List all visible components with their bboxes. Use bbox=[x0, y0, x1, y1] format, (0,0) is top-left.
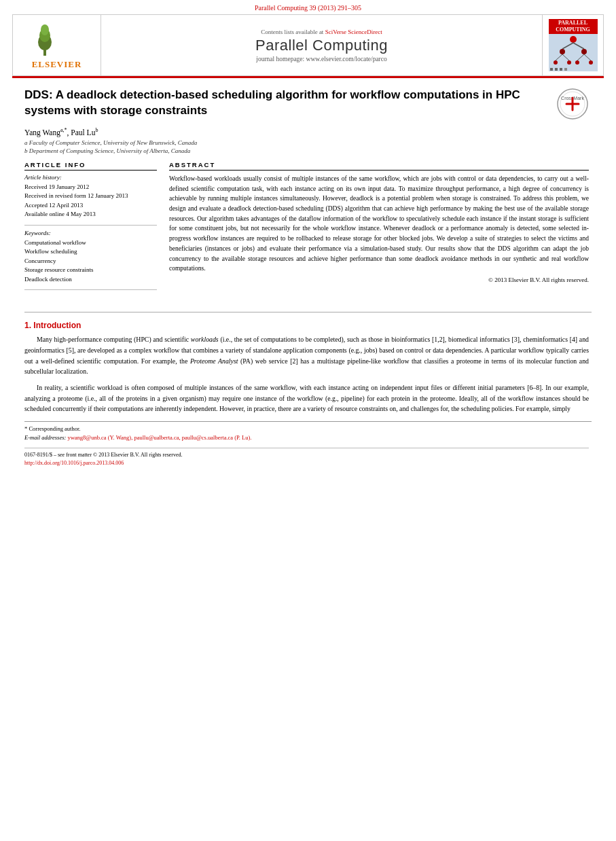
abstract-text: Workflow-based workloads usually consist… bbox=[169, 174, 589, 274]
keyword-5: Deadlock detection bbox=[24, 275, 157, 285]
journal-homepage: journal homepage: www.elsevier.com/locat… bbox=[256, 56, 386, 62]
sciverse-line: Contents lists available at SciVerse Sci… bbox=[261, 29, 382, 35]
email-line: E-mail addresses: ywang8@unb.ca (Y. Wang… bbox=[24, 433, 589, 442]
crossmark-icon: CrossMark bbox=[556, 88, 589, 120]
elsevier-tree-icon bbox=[37, 20, 77, 58]
doi-line: http://dx.doi.org/10.1016/j.parco.2013.0… bbox=[24, 459, 589, 467]
article-history-section: Article history: Received 19 January 201… bbox=[24, 174, 157, 219]
svg-point-18 bbox=[589, 60, 593, 65]
revised-date: Received in revised form 12 January 2013 bbox=[24, 192, 157, 201]
affiliation1: a Faculty of Computer Science, Universit… bbox=[24, 139, 589, 146]
main-content: DDS: A deadlock detection-based scheduli… bbox=[0, 78, 616, 304]
svg-rect-22 bbox=[564, 68, 567, 71]
copyright-line: © 2013 Elsevier B.V. All rights reserved… bbox=[169, 276, 589, 283]
svg-rect-19 bbox=[550, 68, 553, 71]
page: Parallel Computing 39 (2013) 291–305 ELS… bbox=[0, 0, 616, 841]
keywords-section: Keywords: Computational workflow Workflo… bbox=[24, 230, 157, 285]
two-column-section: ARTICLE INFO Article history: Received 1… bbox=[24, 161, 589, 295]
email-addresses: ywang8@unb.ca (Y. Wang), paullu@ualberta… bbox=[67, 434, 251, 441]
keyword-2: Workflow scheduling bbox=[24, 247, 157, 257]
history-label: Article history: bbox=[24, 174, 157, 181]
footer-divider bbox=[24, 421, 592, 422]
sciverse-link[interactable]: SciVerse ScienceDirect bbox=[325, 29, 382, 35]
article-info-header: ARTICLE INFO bbox=[24, 161, 157, 171]
article-title-section: DDS: A deadlock detection-based scheduli… bbox=[24, 88, 589, 120]
svg-rect-4 bbox=[37, 56, 77, 58]
section1-para1: Many high-performance computing (HPC) an… bbox=[24, 334, 589, 377]
pc-logo-graphic-icon bbox=[549, 34, 598, 71]
pc-logo-title: PARALLELCOMPUTING bbox=[549, 19, 598, 33]
authors-line: Yang Wanga,*, Paul Lub bbox=[24, 127, 589, 137]
svg-point-15 bbox=[554, 60, 558, 65]
affiliation2: b Department of Computing Science, Unive… bbox=[24, 147, 589, 154]
svg-point-10 bbox=[581, 49, 587, 54]
journal-title-area: Contents lists available at SciVerse Sci… bbox=[101, 15, 542, 75]
keywords-label: Keywords: bbox=[24, 230, 157, 236]
article-title: DDS: A deadlock detection-based scheduli… bbox=[24, 88, 548, 119]
parallel-computing-logo: PARALLELCOMPUTING bbox=[549, 19, 598, 71]
email-label: E-mail addresses: bbox=[24, 434, 66, 441]
section1-heading: 1. Introduction bbox=[24, 321, 589, 330]
body-section: 1. Introduction Many high-performance co… bbox=[0, 321, 616, 414]
svg-point-6 bbox=[570, 36, 577, 43]
received-date: Received 19 January 2012 bbox=[24, 183, 157, 192]
svg-point-16 bbox=[567, 60, 571, 65]
elsevier-text: ELSEVIER bbox=[32, 59, 82, 70]
journal-title: Parallel Computing bbox=[255, 37, 388, 54]
svg-rect-20 bbox=[555, 68, 558, 71]
footer-bottom: 0167-8191/$ – see front matter © 2013 El… bbox=[24, 448, 589, 467]
author2-name: , Paul Lu bbox=[67, 128, 96, 137]
journal-header: ELSEVIER Contents lists available at Sci… bbox=[12, 14, 604, 76]
section-divider bbox=[24, 312, 592, 312]
pc-logo-area: PARALLELCOMPUTING bbox=[542, 15, 603, 75]
svg-point-9 bbox=[560, 49, 565, 54]
journal-citation-bar: Parallel Computing 39 (2013) 291–305 bbox=[0, 0, 616, 14]
svg-point-3 bbox=[41, 24, 49, 35]
author2-sup: b bbox=[95, 127, 98, 133]
corresponding-author-note: * Corresponding author. bbox=[24, 425, 589, 433]
abstract-header: ABSTRACT bbox=[169, 161, 589, 171]
footer-section: * Corresponding author. E-mail addresses… bbox=[0, 425, 616, 467]
svg-point-17 bbox=[575, 60, 579, 65]
issn-line: 0167-8191/$ – see front matter © 2013 El… bbox=[24, 451, 589, 459]
keyword-4: Storage resource constraints bbox=[24, 266, 157, 275]
section1-para2: In reality, a scientific workload is oft… bbox=[24, 382, 589, 414]
journal-citation: Parallel Computing 39 (2013) 291–305 bbox=[255, 4, 361, 12]
online-date: Available online 4 May 2013 bbox=[24, 210, 157, 219]
svg-rect-21 bbox=[560, 68, 562, 71]
keywords-divider bbox=[24, 289, 157, 290]
left-column: ARTICLE INFO Article history: Received 1… bbox=[24, 161, 157, 295]
info-divider bbox=[24, 225, 157, 226]
accepted-date: Accepted 12 April 2013 bbox=[24, 201, 157, 211]
right-column: ABSTRACT Workflow-based workloads usuall… bbox=[169, 161, 589, 295]
author1-sup: a,* bbox=[60, 127, 67, 133]
author1-name: Yang Wang bbox=[24, 128, 60, 137]
elsevier-logo-area: ELSEVIER bbox=[13, 15, 101, 75]
elsevier-logo: ELSEVIER bbox=[32, 20, 82, 70]
keyword-3: Concurrency bbox=[24, 257, 157, 266]
keyword-1: Computational workflow bbox=[24, 238, 157, 248]
